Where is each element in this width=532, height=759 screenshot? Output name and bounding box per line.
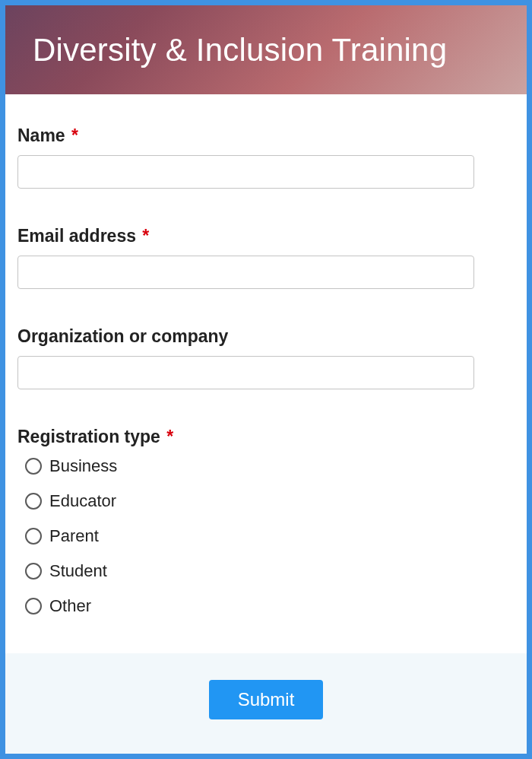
radio-option-educator[interactable]: Educator	[25, 491, 515, 511]
radio-option-other[interactable]: Other	[25, 596, 515, 616]
radio-label: Business	[49, 456, 117, 476]
radio-icon	[25, 528, 42, 545]
field-email: Email address *	[17, 225, 515, 289]
page-title: Diversity & Inclusion Training	[33, 32, 447, 68]
required-indicator: *	[71, 125, 78, 145]
name-label: Name *	[17, 125, 515, 148]
radio-label: Educator	[49, 491, 116, 511]
field-name: Name *	[17, 125, 515, 189]
radio-option-parent[interactable]: Parent	[25, 526, 515, 546]
radio-option-student[interactable]: Student	[25, 561, 515, 581]
radio-icon	[25, 598, 42, 615]
registration-type-options: Business Educator Parent Student Other	[17, 456, 515, 616]
email-input[interactable]	[17, 256, 474, 289]
registration-type-label-text: Registration type	[17, 427, 160, 446]
radio-label: Parent	[49, 526, 99, 546]
required-indicator: *	[142, 226, 149, 246]
submit-button[interactable]: Submit	[209, 680, 324, 719]
radio-icon	[25, 458, 42, 475]
organization-label: Organization or company	[17, 326, 515, 348]
field-organization: Organization or company	[17, 326, 515, 389]
form-footer: Submit	[5, 653, 527, 754]
email-label: Email address *	[17, 225, 515, 248]
form-page: Diversity & Inclusion Training Name * Em…	[5, 5, 527, 754]
form-body: Name * Email address * Organization or c…	[5, 94, 527, 653]
name-label-text: Name	[17, 125, 65, 145]
organization-input[interactable]	[17, 356, 474, 389]
name-input[interactable]	[17, 155, 474, 189]
registration-type-label: Registration type *	[17, 426, 515, 449]
organization-label-text: Organization or company	[17, 326, 228, 346]
radio-label: Other	[49, 596, 91, 616]
radio-icon	[25, 563, 42, 580]
radio-icon	[25, 493, 42, 510]
email-label-text: Email address	[17, 226, 136, 246]
radio-option-business[interactable]: Business	[25, 456, 515, 476]
required-indicator: *	[166, 427, 173, 446]
form-header: Diversity & Inclusion Training	[5, 5, 527, 94]
field-registration-type: Registration type * Business Educator Pa…	[17, 426, 515, 616]
radio-label: Student	[49, 561, 107, 581]
